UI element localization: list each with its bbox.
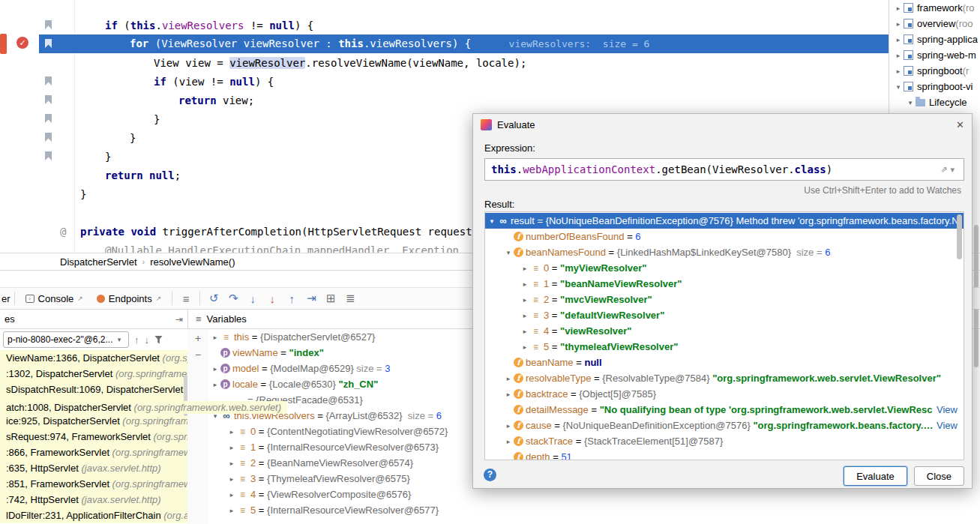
result-scrollbar[interactable] bbox=[957, 214, 962, 259]
filter-frames-icon[interactable] bbox=[154, 336, 163, 344]
tree-row[interactable]: fbeanName = null bbox=[485, 355, 964, 370]
chevron-right-icon[interactable]: ▸ bbox=[893, 52, 904, 59]
add-watch-button[interactable]: + bbox=[190, 332, 205, 344]
chevron-down-icon[interactable]: ▾ bbox=[487, 217, 497, 225]
tab-console[interactable]: › Console ↗ bbox=[19, 288, 90, 309]
chevron-right-icon[interactable]: ▸ bbox=[210, 381, 220, 388]
project-tree-item[interactable]: ▸overview (roo bbox=[889, 16, 980, 31]
tree-row[interactable]: fdepth = 51 bbox=[485, 449, 964, 460]
hide-panel-icon[interactable]: ⇥ bbox=[175, 314, 183, 325]
tree-row[interactable]: ▸≡3 = "defaultViewResolver" bbox=[485, 307, 964, 323]
chevron-right-icon[interactable]: ▸ bbox=[520, 343, 530, 351]
step-out-icon[interactable]: ↑ bbox=[282, 292, 301, 305]
tree-row[interactable]: fnumberOfBeansFound = 6 bbox=[485, 229, 964, 244]
chevron-right-icon[interactable]: ▸ bbox=[226, 428, 237, 436]
stack-frame-row[interactable]: ViewName:1366, DispatcherServlet (org.sp bbox=[0, 350, 187, 366]
chevron-right-icon[interactable]: ▸ bbox=[210, 334, 220, 341]
chevron-down-icon[interactable]: ▾ bbox=[503, 249, 514, 256]
chevron-right-icon[interactable]: ▸ bbox=[226, 507, 237, 514]
chevron-right-icon[interactable]: ▸ bbox=[226, 491, 237, 499]
expand-expression-icon[interactable]: ⇗▾ bbox=[940, 165, 958, 175]
next-frame-icon[interactable]: ↓ bbox=[145, 334, 150, 346]
evaluate-button[interactable]: Evaluate bbox=[844, 466, 907, 486]
stack-frame-row[interactable]: sDispatchResult:1069, DispatcherServlet … bbox=[0, 382, 187, 397]
stack-frame-row[interactable]: :635, HttpServlet (javax.servlet.http) bbox=[0, 460, 187, 476]
field-icon: f bbox=[514, 436, 523, 446]
breadcrumb-item[interactable]: DispatcherServlet bbox=[60, 256, 137, 268]
view-link[interactable]: View bbox=[937, 404, 964, 415]
tree-row[interactable]: ▸≡5 = {InternalResourceViewResolver@6577… bbox=[208, 502, 980, 518]
project-tree-item[interactable]: ▸spring-web-m bbox=[889, 47, 980, 63]
tree-row[interactable]: ▾∞result = {NoUniqueBeanDefinitionExcept… bbox=[485, 213, 964, 229]
token: "beanNameViewResolver" bbox=[560, 278, 682, 289]
tree-row[interactable]: ▸≡1 = "beanNameViewResolver" bbox=[485, 276, 964, 292]
project-tree-item[interactable]: ▾Lifecycle bbox=[889, 94, 980, 110]
view-link[interactable]: View bbox=[937, 420, 964, 431]
breadcrumb-item[interactable]: resolveViewName() bbox=[150, 256, 235, 268]
prev-frame-icon[interactable]: ↑ bbox=[134, 334, 139, 346]
tree-row[interactable]: ▸fstackTrace = {StackTraceElement[51]@75… bbox=[485, 433, 964, 449]
show-execution-point-icon[interactable]: ↺ bbox=[204, 292, 223, 305]
step-into-icon[interactable]: ↓ bbox=[243, 292, 262, 305]
chevron-right-icon[interactable]: ▸ bbox=[503, 438, 514, 445]
stack-frame-row[interactable]: lDoFilter:231, ApplicationFilterChain (o… bbox=[0, 508, 187, 523]
view-breakpoints-icon[interactable]: ⊞ bbox=[321, 292, 340, 305]
project-tree-item[interactable]: ▸springboot (r bbox=[889, 63, 980, 79]
help-icon[interactable]: ? bbox=[484, 469, 496, 481]
debugger-tab-truncated[interactable]: er bbox=[1, 293, 10, 304]
tree-row[interactable]: ▸≡4 = {ViewResolverComposite@6576} bbox=[208, 487, 980, 502]
chevron-right-icon[interactable]: ▸ bbox=[226, 460, 237, 467]
history-dropdown-icon[interactable]: ▾ bbox=[950, 165, 958, 174]
thread-dropdown[interactable]: p-nio-8080-exec-2"@6,2... ▾ bbox=[3, 331, 129, 348]
tree-row[interactable]: fdetailMessage = "No qualifying bean of … bbox=[485, 402, 964, 418]
chevron-down-icon[interactable]: ▾ bbox=[905, 99, 916, 106]
chevron-right-icon[interactable]: ▸ bbox=[226, 475, 237, 483]
tree-row[interactable]: ▸fresolvableType = {ResolvableType@7584}… bbox=[485, 370, 964, 386]
tree-row[interactable]: ▸≡2 = "mvcViewResolver" bbox=[485, 292, 964, 307]
chevron-right-icon[interactable]: ▸ bbox=[520, 328, 530, 335]
force-step-into-icon[interactable]: ↓ bbox=[262, 292, 282, 305]
expression-input[interactable]: this.webApplicationContext.getBean(ViewR… bbox=[484, 158, 964, 181]
chevron-right-icon[interactable]: ▸ bbox=[893, 67, 904, 75]
chevron-right-icon[interactable]: ▸ bbox=[893, 4, 904, 12]
stack-frame-row[interactable]: :742, HttpServlet (javax.servlet.http) bbox=[0, 492, 187, 508]
tree-row[interactable]: ▸fbacktrace = {Object[5]@7585} bbox=[485, 386, 964, 402]
tree-row[interactable]: ▸≡4 = "viewResolver" bbox=[485, 323, 964, 339]
chevron-right-icon[interactable]: ▸ bbox=[520, 280, 530, 288]
run-to-cursor-icon[interactable]: ⇥ bbox=[301, 292, 321, 305]
tree-row[interactable]: ▾fbeanNamesFound = {LinkedHashMap$Linked… bbox=[485, 244, 964, 260]
step-over-icon[interactable]: ↷ bbox=[223, 292, 243, 305]
chevron-right-icon[interactable]: ▸ bbox=[520, 296, 530, 304]
stack-frame-row[interactable]: :851, FrameworkServlet (org.springframew… bbox=[0, 476, 187, 492]
chevron-right-icon[interactable]: ▸ bbox=[503, 422, 514, 430]
layout-menu-icon[interactable]: ≡ bbox=[176, 292, 196, 305]
chevron-right-icon[interactable]: ▸ bbox=[503, 375, 514, 382]
stack-frame-row[interactable]: :866, FrameworkServlet (org.springframew… bbox=[0, 445, 187, 460]
chevron-right-icon[interactable]: ▸ bbox=[226, 444, 237, 451]
project-tree-item[interactable]: ▸spring-applica bbox=[889, 31, 980, 47]
close-button[interactable]: Close bbox=[914, 466, 964, 486]
tree-row[interactable]: ▸≡0 = "myViewResolver" bbox=[485, 260, 964, 276]
project-tree-item[interactable]: ▾springboot-vi bbox=[889, 79, 980, 94]
remove-watch-button[interactable]: − bbox=[190, 349, 205, 361]
result-label: Result: bbox=[484, 199, 514, 210]
chevron-right-icon[interactable]: ▸ bbox=[893, 20, 904, 28]
chevron-right-icon[interactable]: ▸ bbox=[503, 391, 514, 398]
stack-frame-row[interactable]: :1302, DispatcherServlet (org.springfram… bbox=[0, 366, 187, 382]
tree-row[interactable]: ▸≡5 = "thymeleafViewResolver" bbox=[485, 339, 964, 355]
close-icon[interactable]: ✕ bbox=[956, 119, 964, 130]
project-tree-item[interactable]: ▸framework (ro bbox=[889, 0, 980, 16]
chevron-right-icon[interactable]: ▸ bbox=[520, 265, 530, 272]
chevron-right-icon[interactable]: ▸ bbox=[210, 365, 220, 373]
tab-endpoints[interactable]: Endpoints ↗ bbox=[90, 288, 168, 309]
breakpoint-icon[interactable]: ✓ bbox=[16, 37, 28, 49]
frames-tab-truncated[interactable]: es bbox=[4, 313, 15, 325]
dialog-titlebar[interactable]: Evaluate ✕ bbox=[473, 114, 972, 136]
tree-row[interactable]: ▸fcause = {NoUniqueBeanDefinitionExcepti… bbox=[485, 418, 964, 433]
chevron-down-icon[interactable]: ▾ bbox=[893, 83, 904, 91]
chevron-right-icon[interactable]: ▸ bbox=[520, 312, 530, 319]
stack-frame-row[interactable]: sRequest:974, FrameworkServlet (org.spri… bbox=[0, 429, 187, 445]
stack-frame-row[interactable]: ice:925, DispatcherServlet (org.springfr… bbox=[0, 413, 187, 429]
chevron-right-icon[interactable]: ▸ bbox=[893, 36, 904, 43]
settings-icon[interactable]: ≣ bbox=[340, 292, 360, 305]
